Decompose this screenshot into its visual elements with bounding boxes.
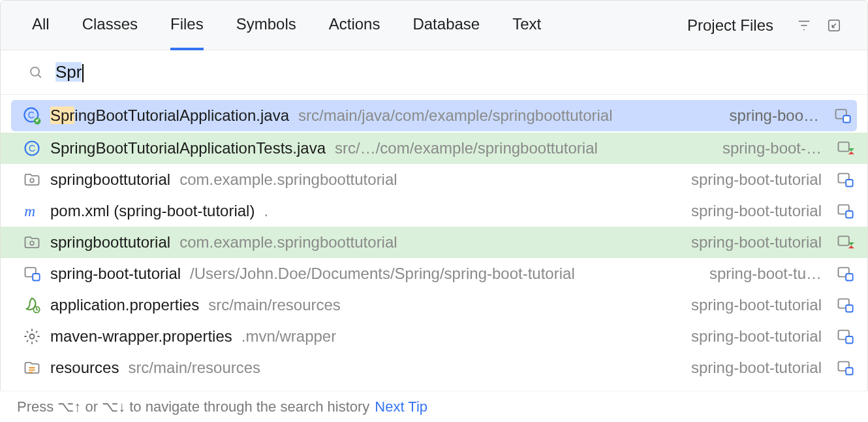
result-path: src/main/resources [128, 359, 260, 377]
module-icon [836, 327, 854, 346]
result-row[interactable]: maven-wrapper.properties .mvn/wrapper sp… [1, 321, 867, 352]
module-icon [836, 202, 854, 220]
svg-rect-27 [846, 336, 853, 344]
result-row[interactable]: resources src/main/resources spring-boot… [1, 352, 867, 383]
tab-database[interactable]: Database [412, 1, 480, 50]
result-module: spring-boot-tutorial [691, 233, 827, 252]
result-path: . [264, 202, 268, 220]
svg-text:C: C [29, 143, 35, 154]
search-icon [28, 65, 44, 80]
svg-rect-17 [839, 236, 849, 246]
module-icon [833, 106, 852, 125]
result-row[interactable]: C SpringBootTutorialApplicationTests.jav… [1, 133, 867, 164]
result-module: spring-boot-tutorial [691, 202, 827, 220]
spring-icon [23, 296, 41, 314]
svg-rect-19 [33, 274, 39, 281]
svg-rect-29 [846, 368, 853, 375]
module-test-icon [836, 233, 854, 252]
tab-text[interactable]: Text [512, 1, 541, 50]
gear-icon [23, 327, 41, 346]
module-icon [23, 265, 41, 283]
svg-point-10 [30, 178, 34, 182]
svg-point-16 [30, 241, 34, 245]
result-name: resources [50, 359, 119, 377]
result-path: /Users/John.Doe/Documents/Spring/spring-… [190, 265, 575, 283]
result-row[interactable]: spring-boot-tutorial /Users/John.Doe/Doc… [1, 258, 867, 289]
result-module: spring-boot-tutorial [691, 296, 827, 314]
svg-rect-12 [846, 180, 853, 187]
maven-icon: m [23, 202, 41, 220]
java-class-icon: C [23, 139, 41, 157]
result-name: springboottutorial [50, 170, 170, 189]
result-path: com.example.springboottutorial [179, 233, 397, 252]
result-path: com.example.springboottutorial [179, 170, 397, 189]
svg-rect-15 [846, 211, 853, 218]
footer-hint: Press ⌥↑ or ⌥↓ to navigate through the s… [0, 391, 868, 422]
result-name: spring-boot-tutorial [50, 265, 181, 283]
result-name: SpringBootTutorialApplication.java [50, 106, 289, 125]
result-row[interactable]: C SpringBootTutorialApplication.java src… [11, 100, 857, 131]
svg-rect-9 [839, 142, 849, 152]
result-module: spring-boot-tutorial [691, 327, 827, 346]
filter-icon[interactable] [797, 18, 811, 33]
tab-symbols[interactable]: Symbols [236, 1, 296, 50]
folder-icon [23, 170, 41, 189]
module-icon [836, 265, 854, 283]
result-module: spring-boo… [730, 106, 824, 125]
module-test-icon [836, 139, 854, 157]
result-row[interactable]: springboottutorial com.example.springboo… [1, 227, 867, 258]
tab-all[interactable]: All [32, 1, 50, 50]
result-name: maven-wrapper.properties [50, 327, 232, 346]
svg-text:C: C [28, 110, 35, 120]
result-name: pom.xml (spring-boot-tutorial) [50, 202, 255, 220]
module-icon [836, 170, 854, 189]
folder-icon [23, 233, 41, 252]
search-field-row: Spr [1, 50, 867, 95]
scope-selector[interactable]: Project Files [687, 16, 779, 35]
result-path: .mvn/wrapper [241, 327, 336, 346]
result-module: spring-boot-tu… [709, 265, 827, 283]
svg-rect-21 [846, 274, 853, 281]
svg-rect-6 [843, 116, 850, 123]
java-class-runnable-icon: C [23, 106, 41, 125]
result-row[interactable]: m pom.xml (spring-boot-tutorial) . sprin… [1, 195, 867, 227]
result-module: spring-boot-… [722, 139, 827, 157]
svg-point-25 [30, 334, 35, 339]
tab-files[interactable]: Files [170, 1, 204, 50]
result-path: src/main/resources [208, 296, 341, 314]
svg-text:m: m [24, 203, 35, 219]
results-list: C SpringBootTutorialApplication.java src… [1, 95, 867, 383]
result-name: application.properties [50, 296, 199, 314]
svg-rect-24 [846, 305, 853, 312]
module-icon [836, 359, 854, 377]
hint-text: Press ⌥↑ or ⌥↓ to navigate through the s… [17, 398, 369, 415]
resources-folder-icon [23, 359, 41, 377]
open-as-tool-window-icon[interactable] [827, 18, 841, 33]
tab-classes[interactable]: Classes [82, 1, 138, 50]
tab-actions[interactable]: Actions [329, 1, 380, 50]
result-row[interactable]: springboottutorial com.example.springboo… [1, 164, 867, 195]
result-path: src/…/com/example/springboottutorial [335, 139, 598, 157]
search-input[interactable]: Spr [55, 62, 84, 82]
next-tip-link[interactable]: Next Tip [375, 398, 427, 415]
result-module: spring-boot-tutorial [691, 359, 827, 377]
result-row[interactable]: application.properties src/main/resource… [1, 289, 867, 321]
result-name: SpringBootTutorialApplicationTests.java [50, 139, 326, 157]
result-path: src/main/java/com/example/springboottuto… [298, 106, 613, 125]
result-name: springboottutorial [50, 233, 170, 252]
tab-bar: All Classes Files Symbols Actions Databa… [32, 1, 661, 50]
module-icon [836, 296, 854, 314]
result-module: spring-boot-tutorial [691, 170, 827, 189]
search-everywhere-header: All Classes Files Symbols Actions Databa… [1, 1, 867, 50]
